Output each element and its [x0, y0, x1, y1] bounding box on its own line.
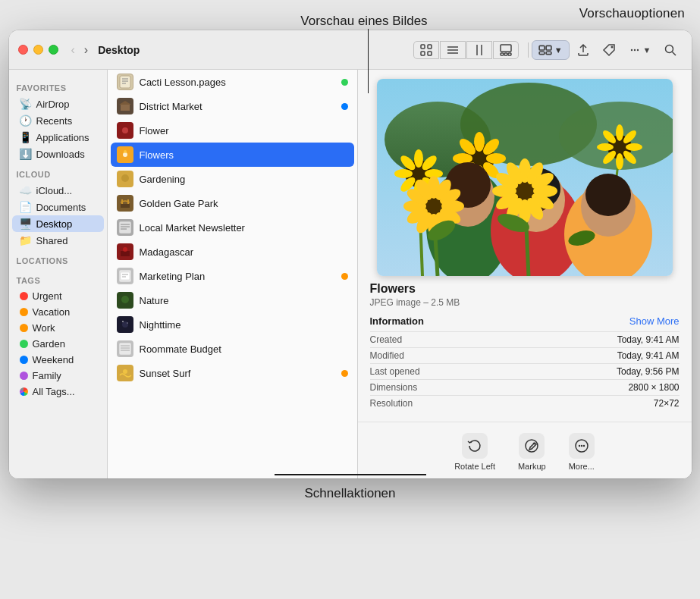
sidebar-item-garden[interactable]: Garden	[12, 336, 104, 352]
local-market-name: Local Market Newsletter	[140, 222, 348, 234]
tag-button[interactable]	[597, 40, 621, 60]
info-row-dimensions: Dimensions 2800 × 1800	[370, 379, 680, 395]
markup-label: Markup	[518, 462, 546, 471]
file-item-madagascar[interactable]: Madagascar	[108, 240, 357, 264]
show-more-link[interactable]: Show More	[629, 315, 680, 327]
sidebar-item-work[interactable]: Work	[12, 320, 104, 336]
family-tag-dot	[20, 372, 28, 380]
svg-rect-38	[121, 204, 130, 208]
file-item-nature[interactable]: Nature	[108, 288, 357, 312]
preview-options-button[interactable]: ▼	[532, 40, 570, 60]
markup-button[interactable]: Markup	[518, 433, 546, 471]
svg-point-148	[583, 445, 585, 447]
svg-rect-1	[428, 45, 432, 49]
svg-point-84	[486, 153, 506, 164]
view-modes	[413, 41, 519, 59]
nature-icon	[117, 292, 133, 309]
title-bar: ‹ › Desktop	[9, 30, 692, 70]
more-options-button[interactable]: ▼	[623, 40, 657, 60]
schnellaktionen-bracket	[275, 474, 426, 475]
quick-actions: Rotate Left Markup	[358, 422, 692, 478]
sidebar-item-icloud[interactable]: ☁️ iCloud...	[12, 182, 104, 199]
urgent-tag-dot	[20, 292, 28, 300]
svg-rect-3	[428, 52, 432, 55]
file-item-sunset-surf[interactable]: Sunset Surf	[108, 361, 357, 385]
gardening-name: Gardening	[140, 174, 348, 185]
sunset-surf-icon	[117, 365, 133, 381]
downloads-icon: ⬇️	[20, 148, 32, 160]
list-view-button[interactable]	[440, 41, 466, 59]
madagascar-icon	[117, 243, 133, 260]
window-title: Desktop	[98, 44, 140, 56]
file-item-golden-gate[interactable]: Golden Gate Park	[108, 191, 357, 215]
svg-rect-11	[504, 53, 507, 55]
modified-val: Today, 9:41 AM	[617, 350, 680, 361]
gallery-view-button[interactable]	[493, 41, 519, 59]
rotate-left-label: Rotate Left	[454, 462, 495, 471]
close-button[interactable]	[18, 45, 28, 55]
sidebar-item-downloads[interactable]: ⬇️ Downloads	[12, 146, 104, 162]
file-item-gardening[interactable]: Gardening	[108, 167, 357, 191]
file-item-marketing-plan[interactable]: Marketing Plan	[108, 264, 357, 288]
info-label: Information	[370, 315, 425, 327]
annotation-vorschauoptionen: Vorschauoptionen	[579, 6, 685, 21]
sidebar-item-vacation[interactable]: Vacation	[12, 304, 104, 320]
file-item-local-market[interactable]: Local Market Newsletter	[108, 215, 357, 240]
svg-rect-58	[119, 343, 131, 355]
file-item-district[interactable]: District Market	[108, 94, 357, 118]
sidebar-item-weekend[interactable]: Weekend	[12, 352, 104, 368]
sidebar-item-documents[interactable]: 📄 Documents	[12, 199, 104, 215]
share-button[interactable]	[571, 40, 595, 60]
svg-point-21	[665, 45, 673, 52]
more-icon	[569, 433, 595, 459]
file-item-flowers[interactable]: Flowers	[111, 143, 354, 167]
sidebar-item-family-label: Family	[33, 370, 61, 381]
sidebar-item-airdrop[interactable]: 📡 AirDrop	[12, 96, 104, 112]
search-button[interactable]	[658, 40, 683, 60]
nighttime-icon	[117, 316, 133, 333]
vacation-tag-dot	[20, 308, 28, 316]
sidebar-item-recents[interactable]: 🕐 Recents	[12, 112, 104, 129]
markup-icon	[519, 433, 545, 459]
toolbar-icons: ▼	[532, 40, 683, 60]
roommate-budget-name: Roommate Budget	[140, 343, 348, 355]
file-item-nighttime[interactable]: Nighttime	[108, 312, 357, 337]
modified-key: Modified	[370, 350, 404, 361]
traffic-lights	[18, 45, 58, 55]
sidebar-item-urgent-label: Urgent	[33, 290, 62, 302]
sidebar-item-shared[interactable]: 📁 Shared	[12, 232, 104, 249]
file-item-cacti[interactable]: Cacti Lesson.pages	[108, 70, 357, 94]
grid-view-button[interactable]	[413, 41, 439, 59]
sidebar-item-applications[interactable]: 📱 Applications	[12, 129, 104, 146]
minimize-button[interactable]	[33, 45, 43, 55]
sidebar-item-recents-label: Recents	[36, 115, 73, 127]
svg-point-99	[597, 143, 614, 151]
svg-rect-49	[121, 272, 130, 280]
finder-window: ‹ › Desktop	[9, 30, 692, 478]
file-item-flower[interactable]: Flower	[108, 118, 357, 143]
back-button[interactable]: ‹	[67, 42, 79, 58]
last-opened-val: Today, 9:56 PM	[617, 366, 680, 377]
sunset-surf-dot	[341, 370, 348, 377]
forward-button[interactable]: ›	[80, 42, 92, 58]
nav-arrows: ‹ ›	[67, 42, 93, 58]
svg-point-88	[453, 153, 472, 164]
maximize-button[interactable]	[49, 45, 58, 55]
more-button[interactable]: More...	[569, 433, 595, 471]
sidebar-item-desktop[interactable]: 🖥️ Desktop	[12, 215, 104, 232]
rotate-left-button[interactable]: Rotate Left	[454, 433, 495, 471]
svg-rect-15	[539, 52, 545, 54]
sidebar-item-all-tags[interactable]: All Tags...	[12, 384, 104, 400]
flower-name: Flower	[140, 125, 348, 136]
file-item-roommate-budget[interactable]: Roommate Budget	[108, 337, 357, 361]
column-view-button[interactable]	[466, 41, 492, 59]
sidebar-item-urgent[interactable]: Urgent	[12, 288, 104, 304]
svg-rect-2	[421, 52, 425, 55]
sidebar-item-family[interactable]: Family	[12, 368, 104, 384]
nighttime-name: Nighttime	[140, 319, 348, 331]
sidebar-section-icloud: iCloud	[9, 162, 107, 182]
weekend-tag-dot	[20, 356, 28, 364]
all-tags-dot	[20, 387, 28, 396]
sidebar-item-desktop-label: Desktop	[36, 218, 73, 230]
sidebar-item-vacation-label: Vacation	[33, 306, 71, 318]
